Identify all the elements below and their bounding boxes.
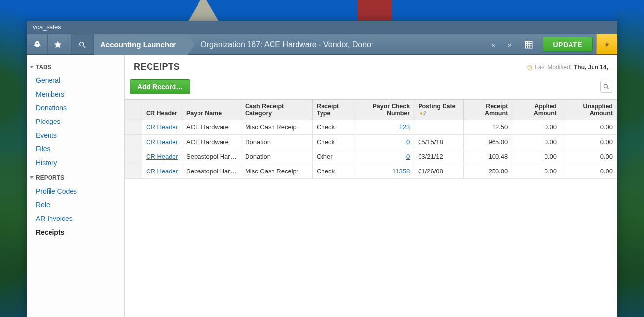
sidebar-header-tabs[interactable]: TABS <box>27 59 124 73</box>
cell-cr-header: CR Header <box>142 135 182 149</box>
col-cash-receipt-category[interactable]: Cash Receipt Category <box>241 100 313 120</box>
cell-check-number: 0 <box>354 135 414 149</box>
col-posting-date-label: Posting Date <box>418 103 455 110</box>
cell-unapplied-amount: 0.00 <box>561 164 617 179</box>
add-record-button[interactable]: Add Record… <box>130 79 190 94</box>
cell-receipt-type: Check <box>313 164 354 179</box>
cr-header-link[interactable]: CR Header <box>146 123 178 131</box>
col-receipt-amount[interactable]: Receipt Amount <box>464 100 512 120</box>
col-payor-name[interactable]: Payor Name <box>182 100 241 120</box>
sidebar-item-receipts[interactable]: Receipts <box>27 225 124 239</box>
sidebar-item-profile-codes[interactable]: Profile Codes <box>27 184 124 198</box>
cell-check-number: 11358 <box>354 164 414 179</box>
sidebar-item-files[interactable]: Files <box>27 142 124 156</box>
cell-cr-header: CR Header <box>142 149 182 164</box>
cell-applied-amount: 0.00 <box>512 149 561 164</box>
check-number-link[interactable]: 0 <box>406 153 410 160</box>
star-icon[interactable] <box>48 34 68 54</box>
sidebar-item-members[interactable]: Members <box>27 87 124 101</box>
col-cr-header[interactable]: CR Header <box>142 100 182 120</box>
breadcrumb-record[interactable]: Organization 167: ACE Hardware - Vendor,… <box>188 34 373 55</box>
clock-icon: ◷ <box>527 64 532 71</box>
table-row: CR HeaderACE HardwareDonationCheck005/15… <box>125 135 617 149</box>
row-handle-header <box>125 100 142 120</box>
last-modified-date: Thu, Jun 14, <box>574 64 608 71</box>
col-posting-date[interactable]: Posting Date ▾2 <box>414 100 464 120</box>
sidebar-item-general[interactable]: General <box>27 73 124 87</box>
cr-header-link[interactable]: CR Header <box>146 153 178 160</box>
main-toolbar: Accounting Launcher Organization 167: AC… <box>27 34 617 55</box>
cell-category: Donation <box>241 135 313 149</box>
svg-line-1 <box>83 46 85 48</box>
window-titlebar: vca_sales <box>27 21 617 34</box>
prev-record-icon[interactable]: « <box>491 41 495 49</box>
content-area: RECEIPTS ◷ Last Modified: Thu, Jun 14, A… <box>125 55 617 317</box>
cell-applied-amount: 0.00 <box>512 120 561 135</box>
next-record-icon[interactable]: » <box>508 41 512 49</box>
cell-posting-date: 03/21/12 <box>414 149 464 164</box>
sidebar: TABS GeneralMembersDonationsPledgesEvent… <box>27 55 125 317</box>
cell-unapplied-amount: 0.00 <box>561 135 617 149</box>
table-row: CR HeaderSebastopol Hard…Misc Cash Recei… <box>125 164 617 179</box>
sidebar-header-reports[interactable]: REPORTS <box>27 170 124 184</box>
cell-check-number: 123 <box>354 120 414 135</box>
cr-header-link[interactable]: CR Header <box>146 138 178 146</box>
receipts-grid: CR Header Payor Name Cash Receipt Catego… <box>125 99 617 179</box>
cell-unapplied-amount: 0.00 <box>561 149 617 164</box>
page-title: RECEIPTS <box>134 62 180 72</box>
row-handle[interactable] <box>125 135 142 149</box>
row-handle[interactable] <box>125 149 142 164</box>
bolt-icon[interactable] <box>596 34 617 54</box>
sidebar-item-role[interactable]: Role <box>27 198 124 212</box>
sidebar-item-pledges[interactable]: Pledges <box>27 115 124 128</box>
col-applied-amount[interactable]: Applied Amount <box>512 100 561 120</box>
cell-posting-date <box>414 120 464 135</box>
sidebar-item-events[interactable]: Events <box>27 128 124 142</box>
breadcrumb: Accounting Launcher Organization 167: AC… <box>94 34 373 54</box>
window-title: vca_sales <box>33 24 61 31</box>
col-payor-check-number[interactable]: Payor Check Number <box>354 100 414 120</box>
grid-view-icon[interactable] <box>519 34 539 54</box>
row-handle[interactable] <box>125 120 142 135</box>
svg-point-0 <box>80 42 84 46</box>
check-number-link[interactable]: 0 <box>406 138 410 146</box>
cell-payor-name: ACE Hardware <box>182 120 241 135</box>
sidebar-item-history[interactable]: History <box>27 156 124 170</box>
check-number-link[interactable]: 11358 <box>392 168 410 175</box>
cell-category: Misc Cash Receipt <box>241 120 313 135</box>
cell-receipt-amount: 100.48 <box>464 149 512 164</box>
svg-line-8 <box>607 88 609 89</box>
cell-cr-header: CR Header <box>142 164 182 179</box>
cell-check-number: 0 <box>354 149 414 164</box>
cell-posting-date: 01/26/08 <box>414 164 464 179</box>
cell-applied-amount: 0.00 <box>512 164 561 179</box>
cell-payor-name: Sebastopol Hard… <box>182 149 241 164</box>
col-unapplied-amount[interactable]: Unapplied Amount <box>561 100 617 120</box>
grid-search-button[interactable] <box>600 81 612 93</box>
cell-cr-header: CR Header <box>142 120 182 135</box>
table-row: CR HeaderACE HardwareMisc Cash ReceiptCh… <box>125 120 617 135</box>
cr-header-link[interactable]: CR Header <box>146 168 178 175</box>
cell-receipt-type: Check <box>313 120 354 135</box>
sidebar-item-donations[interactable]: Donations <box>27 101 124 115</box>
last-modified: ◷ Last Modified: Thu, Jun 14, <box>527 64 608 71</box>
cell-category: Misc Cash Receipt <box>241 164 313 179</box>
cell-payor-name: Sebastopol Hard… <box>182 164 241 179</box>
cell-receipt-amount: 965.00 <box>464 135 512 149</box>
rocket-icon[interactable] <box>27 34 48 54</box>
sidebar-item-ar-invoices[interactable]: AR Invoices <box>27 212 124 225</box>
svg-point-7 <box>604 84 607 88</box>
breadcrumb-launcher[interactable]: Accounting Launcher <box>94 34 188 55</box>
cell-posting-date: 05/15/18 <box>414 135 464 149</box>
cell-payor-name: ACE Hardware <box>182 135 241 149</box>
cell-receipt-amount: 12.50 <box>464 120 512 135</box>
check-number-link[interactable]: 123 <box>399 123 410 131</box>
app-window: vca_sales Accounting Launcher Organizati… <box>27 21 617 317</box>
table-row: CR HeaderSebastopol Hard…DonationOther00… <box>125 149 617 164</box>
update-button[interactable]: UPDATE <box>543 37 593 52</box>
cell-receipt-amount: 250.00 <box>464 164 512 179</box>
sort-indicator-icon: ▾2 <box>420 111 426 116</box>
toolbar-search-button[interactable] <box>71 34 94 54</box>
row-handle[interactable] <box>125 164 142 179</box>
col-receipt-type[interactable]: Receipt Type <box>313 100 354 120</box>
